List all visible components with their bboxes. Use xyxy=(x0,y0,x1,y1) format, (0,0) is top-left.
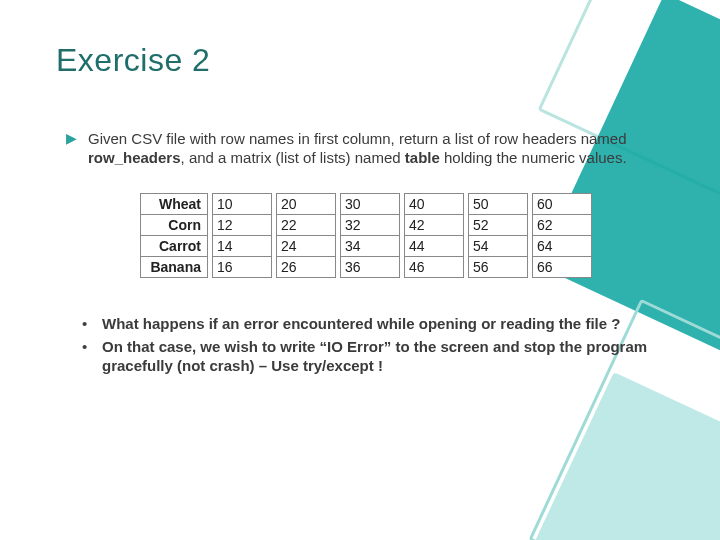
row-header: Wheat xyxy=(140,193,208,215)
cell: 34 xyxy=(340,236,400,257)
table-row: Carrot 14 24 34 44 54 64 xyxy=(140,236,592,257)
bullet-dot-icon: • xyxy=(82,314,102,333)
cell: 60 xyxy=(532,193,592,215)
sub-bullet-text: What happens if an error encountered whi… xyxy=(102,314,664,333)
cell: 62 xyxy=(532,215,592,236)
cell: 54 xyxy=(468,236,528,257)
page-title: Exercise 2 xyxy=(56,42,664,79)
data-table-wrap: Wheat 10 20 30 40 50 60 Corn 12 22 32 42… xyxy=(136,193,664,278)
cell: 24 xyxy=(276,236,336,257)
sub-bullet-item: • On that case, we wish to write “IO Err… xyxy=(82,337,664,375)
cell: 52 xyxy=(468,215,528,236)
cell: 44 xyxy=(404,236,464,257)
row-header: Carrot xyxy=(140,236,208,257)
bullet-mid: , and a matrix (list of lists) named xyxy=(181,149,405,166)
cell: 22 xyxy=(276,215,336,236)
cell: 10 xyxy=(212,193,272,215)
bullet-post: holding the numeric values. xyxy=(440,149,627,166)
decoration-light-block xyxy=(504,372,720,540)
cell: 16 xyxy=(212,257,272,278)
row-header: Corn xyxy=(140,215,208,236)
bullet-kw1: row_headers xyxy=(88,149,181,166)
cell: 26 xyxy=(276,257,336,278)
bullet-arrow-icon: ▶ xyxy=(66,129,88,167)
bullet-kw2: table xyxy=(405,149,440,166)
bullet-pre: Given CSV file with row names in first c… xyxy=(88,130,627,147)
table-row: Wheat 10 20 30 40 50 60 xyxy=(140,193,592,215)
slide-content: Exercise 2 ▶ Given CSV file with row nam… xyxy=(0,0,720,375)
cell: 42 xyxy=(404,215,464,236)
cell: 14 xyxy=(212,236,272,257)
data-table: Wheat 10 20 30 40 50 60 Corn 12 22 32 42… xyxy=(136,193,596,278)
cell: 20 xyxy=(276,193,336,215)
table-row: Corn 12 22 32 42 52 62 xyxy=(140,215,592,236)
question-1: What happens if an error encountered whi… xyxy=(102,315,620,332)
sub-bullet-list: • What happens if an error encountered w… xyxy=(82,314,664,375)
cell: 56 xyxy=(468,257,528,278)
row-header: Banana xyxy=(140,257,208,278)
cell: 46 xyxy=(404,257,464,278)
main-bullet: ▶ Given CSV file with row names in first… xyxy=(66,129,664,167)
cell: 32 xyxy=(340,215,400,236)
bullet-text: Given CSV file with row names in first c… xyxy=(88,129,664,167)
cell: 64 xyxy=(532,236,592,257)
cell: 36 xyxy=(340,257,400,278)
cell: 66 xyxy=(532,257,592,278)
bullet-dot-icon: • xyxy=(82,337,102,375)
sub-bullet-text: On that case, we wish to write “IO Error… xyxy=(102,337,664,375)
question-2: On that case, we wish to write “IO Error… xyxy=(102,338,647,374)
cell: 12 xyxy=(212,215,272,236)
cell: 50 xyxy=(468,193,528,215)
cell: 40 xyxy=(404,193,464,215)
table-row: Banana 16 26 36 46 56 66 xyxy=(140,257,592,278)
cell: 30 xyxy=(340,193,400,215)
sub-bullet-item: • What happens if an error encountered w… xyxy=(82,314,664,333)
